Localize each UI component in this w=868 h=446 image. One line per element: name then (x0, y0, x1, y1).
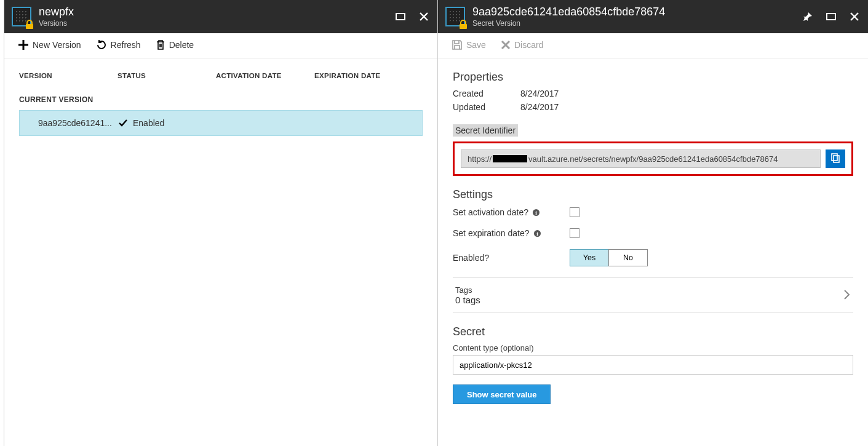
redacted-segment (493, 155, 527, 162)
delete-button[interactable]: Delete (156, 39, 194, 50)
created-value: 8/24/2017 (520, 89, 559, 98)
svg-rect-3 (827, 14, 835, 20)
toolbar-right: Save Discard (438, 33, 868, 58)
table-header: VERSION STATUS ACTIVATION DATE EXPIRATIO… (19, 58, 423, 90)
copy-icon (830, 153, 841, 165)
activation-checkbox[interactable] (570, 207, 579, 217)
secret-identifier-field[interactable]: https://vault.azure.net/secrets/newpfx/9… (461, 149, 821, 168)
new-version-button[interactable]: New Version (18, 39, 81, 50)
created-label: Created (453, 89, 520, 98)
secret-identifier-highlight: https://vault.azure.net/secrets/newpfx/9… (453, 141, 853, 176)
enabled-label: Enabled? (453, 253, 489, 263)
refresh-label: Refresh (111, 40, 141, 50)
lock-icon (24, 19, 35, 30)
svg-rect-2 (460, 24, 467, 29)
version-id: 9aa925cde61241... (38, 118, 118, 128)
keyvault-icon (12, 7, 31, 26)
col-activation: ACTIVATION DATE (216, 72, 314, 79)
toolbar-left: New Version Refresh Delete (4, 33, 437, 58)
blade-header-right: 9aa925cde61241eda60854cfbde78674 Secret … (438, 0, 868, 33)
refresh-icon (96, 39, 107, 50)
tags-label: Tags (455, 285, 480, 295)
blade-title: newpfx (39, 6, 74, 19)
enabled-yes-button[interactable]: Yes (570, 249, 609, 266)
maximize-icon[interactable] (393, 9, 408, 24)
save-icon (452, 39, 463, 50)
plus-icon (18, 39, 29, 50)
blade-title: 9aa925cde61241eda60854cfbde78674 (472, 6, 665, 19)
blade-subtitle: Versions (39, 19, 74, 28)
delete-label: Delete (169, 40, 194, 50)
copy-button[interactable] (826, 149, 845, 168)
settings-heading: Settings (453, 188, 853, 201)
updated-label: Updated (453, 102, 520, 112)
info-icon[interactable]: i (533, 229, 541, 237)
maximize-icon[interactable] (824, 9, 838, 24)
current-version-heading: CURRENT VERSION (19, 95, 423, 104)
keyvault-icon (445, 7, 465, 26)
col-version: VERSION (19, 72, 117, 79)
svg-rect-0 (26, 24, 33, 29)
col-expiration: EXPIRATION DATE (314, 72, 413, 79)
secret-heading: Secret (453, 325, 853, 338)
discard-label: Discard (514, 40, 543, 50)
blade-header-left: newpfx Versions (4, 0, 437, 33)
tags-row[interactable]: Tags 0 tags (453, 277, 853, 313)
enabled-no-button[interactable]: No (608, 249, 648, 266)
svg-rect-5 (834, 156, 839, 162)
content-type-label: Content type (optional) (453, 343, 853, 352)
tags-count: 0 tags (455, 295, 480, 305)
save-button[interactable]: Save (452, 39, 486, 50)
secret-identifier-label: Secret Identifier (453, 124, 518, 137)
save-label: Save (466, 40, 486, 50)
discard-button[interactable]: Discard (501, 40, 543, 50)
col-status: STATUS (117, 72, 216, 79)
discard-icon (501, 40, 511, 50)
version-row[interactable]: 9aa925cde61241... Enabled (19, 110, 423, 136)
chevron-right-icon (842, 289, 851, 303)
url-suffix: vault.azure.net/secrets/newpfx/9aa925cde… (528, 154, 778, 164)
versions-blade: newpfx Versions New Version Refresh Dele… (4, 0, 438, 446)
secret-version-blade: 9aa925cde61241eda60854cfbde78674 Secret … (438, 0, 868, 446)
pin-icon[interactable] (800, 9, 815, 24)
trash-icon (156, 39, 165, 50)
check-icon (118, 118, 128, 128)
lock-icon (458, 19, 469, 30)
close-icon[interactable] (847, 9, 862, 24)
svg-rect-4 (832, 154, 837, 161)
enabled-toggle: Yes No (570, 249, 648, 266)
status-text: Enabled (133, 118, 164, 128)
expiration-checkbox[interactable] (570, 228, 579, 238)
properties-heading: Properties (453, 71, 853, 84)
info-icon[interactable]: i (532, 209, 540, 217)
show-secret-button[interactable]: Show secret value (453, 384, 551, 404)
activation-label: Set activation date? (453, 207, 528, 217)
expiration-label: Set expiration date? (453, 228, 530, 238)
svg-rect-1 (396, 14, 405, 20)
content-type-input[interactable] (453, 355, 853, 375)
refresh-button[interactable]: Refresh (96, 39, 141, 50)
collapsed-nav (0, 0, 4, 446)
blade-subtitle: Secret Version (472, 19, 665, 28)
new-version-label: New Version (33, 40, 81, 50)
updated-value: 8/24/2017 (520, 102, 559, 112)
url-prefix: https:// (468, 154, 492, 164)
close-icon[interactable] (416, 9, 431, 24)
